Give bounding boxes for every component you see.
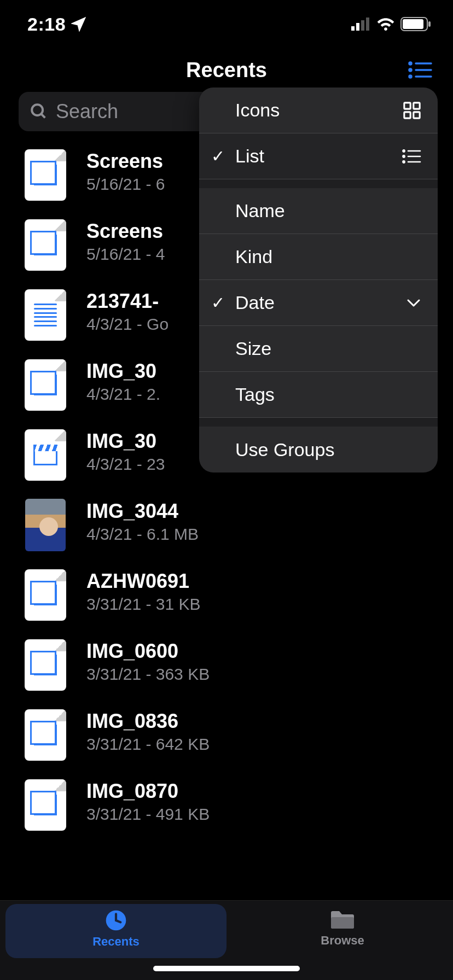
menu-separator [199, 418, 438, 427]
file-thumbnail [24, 359, 67, 411]
status-right [351, 17, 431, 31]
menu-item-list[interactable]: ✓ List [199, 133, 438, 179]
file-meta: 3/31/21 - 642 KB [86, 735, 438, 754]
view-options-button[interactable] [407, 60, 433, 80]
file-text: IMG_08703/31/21 - 491 KB [86, 778, 438, 832]
menu-label: Use Groups [235, 439, 334, 460]
menu-label: Icons [235, 100, 280, 121]
folder-icon [330, 909, 355, 930]
checkmark-icon: ✓ [211, 293, 225, 312]
file-meta: 3/31/21 - 363 KB [86, 665, 438, 684]
menu-label: Size [235, 338, 271, 359]
svg-rect-26 [331, 917, 354, 929]
file-text: AZHW06913/31/21 - 31 KB [86, 568, 438, 622]
svg-rect-15 [404, 102, 410, 108]
tab-label: Browse [321, 934, 364, 948]
file-text: IMG_30444/3/21 - 6.1 MB [86, 498, 438, 552]
tab-label: Recents [92, 935, 140, 949]
file-row[interactable]: AZHW06913/31/21 - 31 KB [0, 560, 453, 630]
page-title: Recents [186, 59, 267, 82]
menu-label: List [235, 145, 264, 167]
svg-rect-2 [361, 20, 364, 31]
menu-item-size[interactable]: Size [199, 326, 438, 372]
cellular-icon [351, 18, 371, 31]
file-meta: 4/3/21 - 6.1 MB [86, 525, 438, 544]
svg-point-9 [409, 69, 411, 71]
file-row[interactable]: IMG_30444/3/21 - 6.1 MB [0, 490, 453, 560]
view-options-menu: Icons ✓ List Name Kind ✓ Date Size Tags … [199, 88, 438, 472]
file-thumbnail [24, 779, 67, 831]
checkmark-icon: ✓ [211, 147, 225, 166]
clock-icon [105, 909, 127, 931]
file-text: IMG_08363/31/21 - 642 KB [86, 708, 438, 762]
menu-label: Name [235, 200, 285, 221]
file-row[interactable]: IMG_06003/31/21 - 363 KB [0, 630, 453, 700]
file-name: IMG_0600 [86, 640, 438, 663]
menu-item-use-groups[interactable]: Use Groups [199, 427, 438, 472]
svg-rect-17 [404, 112, 410, 118]
location-icon [71, 16, 86, 32]
menu-item-name[interactable]: Name [199, 188, 438, 234]
svg-rect-3 [366, 18, 369, 31]
home-indicator[interactable] [153, 966, 300, 971]
svg-point-13 [32, 104, 43, 115]
status-time: 2:18 [27, 14, 66, 35]
tab-recents[interactable]: Recents [5, 904, 226, 958]
file-row[interactable]: IMG_08703/31/21 - 491 KB [0, 770, 453, 840]
list-icon [402, 149, 421, 164]
svg-rect-5 [403, 19, 423, 29]
svg-point-21 [403, 155, 404, 157]
menu-label: Date [235, 292, 275, 313]
svg-line-14 [41, 114, 45, 118]
svg-rect-0 [351, 26, 355, 31]
header: Recents [0, 48, 453, 92]
svg-point-19 [403, 150, 404, 151]
menu-item-date[interactable]: ✓ Date [199, 280, 438, 326]
status-left: 2:18 [27, 14, 86, 35]
menu-item-icons[interactable]: Icons [199, 88, 438, 133]
file-name: IMG_0836 [86, 710, 438, 733]
chevron-down-icon [406, 298, 421, 308]
wifi-icon [376, 18, 395, 31]
battery-icon [400, 17, 431, 31]
file-thumbnail [24, 149, 67, 201]
grid-icon [403, 101, 421, 120]
file-thumbnail [24, 499, 67, 551]
svg-rect-16 [414, 102, 420, 108]
file-meta: 3/31/21 - 31 KB [86, 595, 438, 614]
search-placeholder: Search [56, 100, 118, 123]
svg-point-7 [409, 62, 411, 65]
menu-label: Kind [235, 246, 272, 267]
file-thumbnail [24, 639, 67, 691]
search-icon [30, 102, 48, 121]
file-row[interactable]: IMG_08363/31/21 - 642 KB [0, 700, 453, 770]
file-thumbnail [24, 569, 67, 621]
file-name: IMG_3044 [86, 500, 438, 523]
menu-separator [199, 179, 438, 188]
file-thumbnail [24, 289, 67, 341]
file-text: IMG_06003/31/21 - 363 KB [86, 638, 438, 692]
svg-rect-6 [428, 21, 431, 27]
file-thumbnail [24, 219, 67, 271]
status-bar: 2:18 [0, 0, 453, 48]
file-name: AZHW0691 [86, 570, 438, 593]
file-name: IMG_0870 [86, 780, 438, 803]
menu-item-kind[interactable]: Kind [199, 234, 438, 280]
menu-label: Tags [235, 384, 275, 405]
svg-rect-1 [356, 23, 359, 31]
svg-point-23 [403, 161, 404, 162]
file-meta: 3/31/21 - 491 KB [86, 805, 438, 824]
menu-item-tags[interactable]: Tags [199, 372, 438, 418]
svg-point-11 [409, 75, 411, 78]
file-thumbnail [24, 429, 67, 481]
svg-rect-18 [414, 112, 420, 118]
file-thumbnail [24, 709, 67, 761]
